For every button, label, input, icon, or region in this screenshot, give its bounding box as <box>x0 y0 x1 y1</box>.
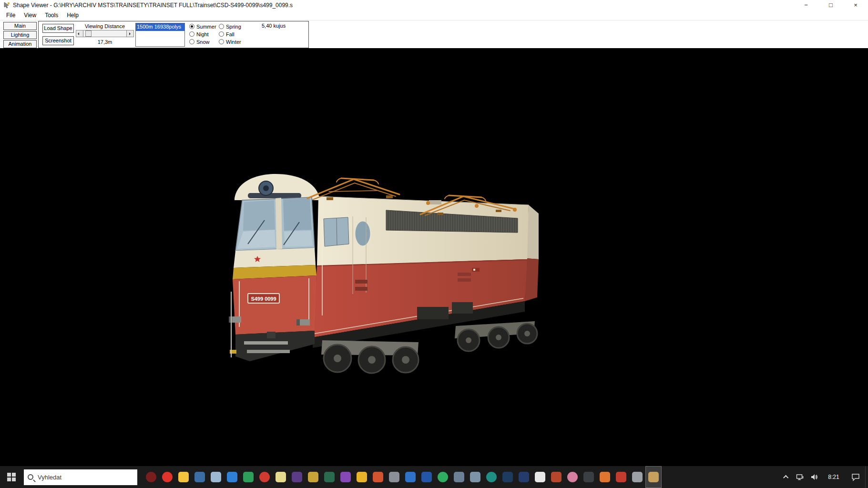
volume-icon[interactable] <box>807 466 821 488</box>
side-emblem <box>472 268 480 272</box>
windows-logo-icon <box>7 473 16 481</box>
taskbar: 8:21 <box>0 466 868 488</box>
taskbar-icon-y-yellow[interactable] <box>354 466 370 488</box>
season-spring-row[interactable]: Spring <box>219 23 241 30</box>
season-night-row[interactable]: Night <box>189 30 216 38</box>
taskbar-icon-system-blue[interactable] <box>192 466 208 488</box>
taskbar-icon-purple-dark[interactable] <box>289 466 305 488</box>
close-button[interactable]: × <box>843 0 868 10</box>
action-center-icon[interactable] <box>846 466 865 488</box>
lod-selected-item[interactable]: 1500m 16938polys <box>136 23 184 31</box>
season-snow-row[interactable]: Snow <box>189 38 216 45</box>
network-icon[interactable] <box>793 466 807 488</box>
radio-snow-label: Snow <box>196 39 210 45</box>
season-winter-row[interactable]: Winter <box>219 38 241 45</box>
taskbar-icon-gray-app[interactable] <box>386 466 402 488</box>
side-oval-window <box>355 221 371 246</box>
search-input[interactable] <box>38 474 123 481</box>
radio-night-label: Night <box>196 31 209 37</box>
system-tray: 8:21 <box>780 466 868 488</box>
radio-winter[interactable] <box>219 39 224 44</box>
tab-main[interactable]: Main <box>3 22 37 30</box>
radio-summer-label: Summer <box>196 24 216 30</box>
menu-file[interactable]: File <box>2 11 20 20</box>
season-column-1: Summer Night Snow <box>189 23 216 46</box>
taskbar-icon-red-tool[interactable] <box>613 466 629 488</box>
menu-bar: File View Tools Help <box>0 10 868 20</box>
tray-chevron-up-icon[interactable] <box>780 466 793 488</box>
screenshot-button[interactable]: Screenshot <box>42 36 74 45</box>
menu-view[interactable]: View <box>20 11 41 20</box>
slider-thumb[interactable] <box>85 30 92 37</box>
taskbar-icon-file-explorer[interactable] <box>175 466 192 488</box>
start-button[interactable] <box>0 466 23 488</box>
taskbar-icon-white-doc[interactable] <box>532 466 548 488</box>
taskbar-icon-slate-app[interactable] <box>451 466 467 488</box>
taskbar-icon-notes-cream[interactable] <box>273 466 289 488</box>
taskbar-icon-orange-tool[interactable] <box>597 466 613 488</box>
screen: Shape Viewer - G:\HRY\ARCHIV MSTS\TRAINS… <box>0 0 868 488</box>
menu-help[interactable]: Help <box>62 11 83 20</box>
search-icon <box>28 474 33 480</box>
taskbar-icon-opera[interactable] <box>159 466 175 488</box>
taskbar-icon-green-dark[interactable] <box>321 466 337 488</box>
model-viewport[interactable]: S499 0099 <box>0 48 868 466</box>
taskbar-icon-pink-circle[interactable] <box>564 466 581 488</box>
polygon-info-text: 5,40 kujus <box>262 23 286 29</box>
radio-fall[interactable] <box>219 31 224 37</box>
taskbar-icon-green-circle[interactable] <box>435 466 451 488</box>
taskbar-icon-gold[interactable] <box>305 466 321 488</box>
viewing-distance-label: Viewing Distance <box>76 23 134 29</box>
taskbar-icon-steel-app[interactable] <box>467 466 483 488</box>
viewing-distance-value: 17,3m <box>76 39 134 45</box>
radio-spring-label: Spring <box>226 24 241 30</box>
load-shape-button[interactable]: Load Shape <box>42 24 74 33</box>
taskbar-icon-office-orange[interactable] <box>370 466 386 488</box>
tab-lighting[interactable]: Lighting <box>3 31 37 39</box>
radio-night[interactable] <box>189 31 194 37</box>
radio-fall-label: Fall <box>226 31 235 37</box>
cab-side-window <box>324 217 349 246</box>
slider-right-arrow-icon[interactable] <box>126 30 133 37</box>
taskbar-icon-photoshop-blue[interactable] <box>402 466 419 488</box>
taskbar-icon-navy-app[interactable] <box>516 466 532 488</box>
taskbar-app-icons <box>143 466 662 488</box>
taskbar-icon-mail-blue[interactable] <box>224 466 240 488</box>
taskbar-icon-tv-navy[interactable] <box>500 466 516 488</box>
radio-summer[interactable] <box>189 24 194 29</box>
window-controls: − □ × <box>794 0 868 10</box>
clock[interactable]: 8:21 <box>821 466 846 488</box>
season-column-2: Spring Fall Winter <box>219 23 241 46</box>
radio-winter-label: Winter <box>226 39 241 45</box>
season-summer-row[interactable]: Summer <box>189 23 216 30</box>
taskbar-icon-moto-gray[interactable] <box>629 466 645 488</box>
locomotive-model: S499 0099 <box>229 173 543 377</box>
show-desktop-strip[interactable] <box>865 466 868 488</box>
radio-snow[interactable] <box>189 39 194 44</box>
taskbar-icon-rust-app[interactable] <box>548 466 564 488</box>
window-title: Shape Viewer - G:\HRY\ARCHIV MSTS\TRAINS… <box>13 2 293 9</box>
lod-listbox[interactable]: 1500m 16938polys <box>135 23 185 47</box>
taskbar-icon-opera-gx[interactable] <box>256 466 273 488</box>
slider-left-arrow-icon[interactable] <box>76 30 83 37</box>
taskbar-icon-window-gray[interactable] <box>208 466 224 488</box>
taskbar-icon-recorder[interactable] <box>143 466 159 488</box>
taskbar-icon-dark-app[interactable] <box>581 466 597 488</box>
season-fall-row[interactable]: Fall <box>219 30 241 38</box>
taskbar-search[interactable] <box>24 469 137 485</box>
radio-spring[interactable] <box>219 24 224 29</box>
maximize-button[interactable]: □ <box>818 0 843 10</box>
toolbar: Main Lighting Animation Load Shape Scree… <box>0 20 868 48</box>
number-plate: S499 0099 <box>248 294 279 303</box>
tab-animation[interactable]: Animation <box>3 40 37 48</box>
viewing-distance-slider[interactable] <box>76 30 134 37</box>
minimize-button[interactable]: − <box>794 0 818 10</box>
taskbar-icon-teal-circle[interactable] <box>483 466 500 488</box>
taskbar-icon-blue-deep[interactable] <box>419 466 435 488</box>
menu-tools[interactable]: Tools <box>41 11 62 20</box>
taskbar-icon-office-purple[interactable] <box>337 466 354 488</box>
taskbar-icon-sheets-green[interactable] <box>240 466 256 488</box>
taskbar-icon-shape-viewer[interactable] <box>645 466 662 488</box>
svg-text:S499 0099: S499 0099 <box>251 296 276 302</box>
coupler <box>267 332 276 338</box>
